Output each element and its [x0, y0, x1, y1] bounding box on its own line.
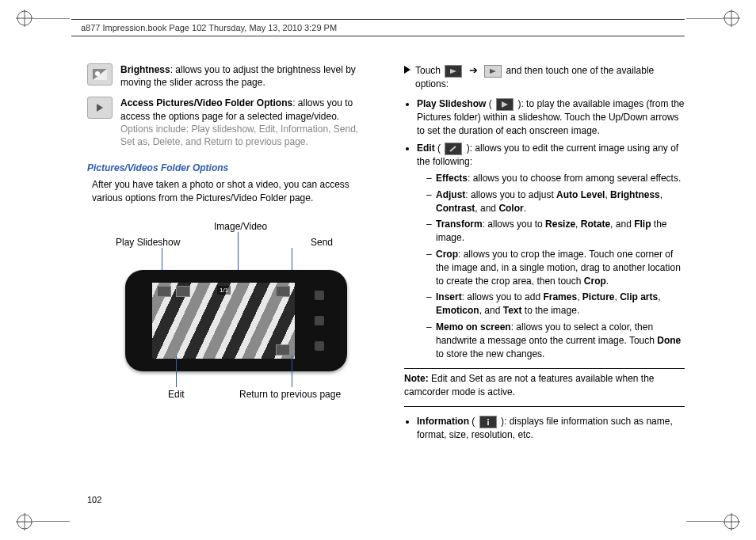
- section-para: After you have taken a photo or shot a v…: [87, 178, 372, 205]
- phone-screen: 1/1: [152, 283, 295, 359]
- crop-mark-top-right: [723, 10, 740, 27]
- left-column: Brightness: allows you to adjust the bri…: [87, 63, 372, 446]
- page-number: 102: [87, 495, 101, 504]
- phone-diagram: Play Slideshow Image/Video Send 1/1: [87, 215, 372, 420]
- crop-mark-bottom-left: [16, 513, 33, 530]
- label-send: Send: [311, 237, 333, 248]
- crop-mark-top-left: [16, 10, 33, 27]
- svg-rect-20: [487, 419, 489, 420]
- brightness-desc: Brightness: allows you to adjust the bri…: [120, 63, 372, 89]
- screen-icon: [276, 286, 290, 297]
- crop-rule: [33, 18, 70, 19]
- screen-icon: [176, 286, 190, 297]
- callout-line: [292, 356, 292, 387]
- dash-effects: Effects: allows you to choose from among…: [426, 172, 685, 185]
- svg-marker-16: [450, 69, 456, 74]
- svg-marker-17: [490, 69, 496, 74]
- edit-icon: [445, 143, 462, 155]
- touch-icon-2: [484, 65, 502, 78]
- svg-marker-18: [502, 101, 508, 108]
- crop-rule: [33, 521, 70, 522]
- svg-rect-21: [487, 421, 489, 425]
- phone-illustration: 1/1: [125, 270, 347, 371]
- bullet-play-slideshow: Play Slideshow ( ): to play the availabl…: [417, 97, 685, 137]
- dash-transform: Transform: allows you to Resize, Rotate,…: [426, 218, 685, 245]
- label-edit: Edit: [168, 389, 185, 400]
- phone-counter: 1/1: [217, 286, 231, 295]
- brightness-label: Brightness: [120, 64, 170, 75]
- bullet-information: Information ( ): displays file informati…: [417, 415, 685, 442]
- step-marker-icon: [404, 66, 410, 74]
- running-header: a877 Impression.book Page 102 Thursday, …: [71, 19, 685, 36]
- crop-mark-bottom-right: [723, 513, 740, 530]
- note-rule-bottom: [404, 406, 685, 407]
- screen-icon: [157, 286, 171, 297]
- brightness-icon: [87, 63, 113, 86]
- info-icon: [479, 416, 497, 428]
- access-options-desc: Access Pictures/Video Folder Options: al…: [120, 97, 372, 148]
- section-heading: Pictures/Videos Folder Options: [87, 162, 372, 173]
- touch-icon-1: [445, 65, 462, 78]
- phone-hw-button: [315, 291, 324, 300]
- phone-hw-button: [315, 316, 324, 325]
- screen-icon: [276, 344, 290, 356]
- callout-line: [176, 356, 177, 387]
- label-return: Return to previous page: [239, 389, 341, 400]
- svg-point-14: [95, 71, 100, 76]
- svg-line-19: [450, 146, 456, 151]
- right-column: Touch ➔ and then touch one of the availa…: [404, 63, 685, 446]
- dash-memo: Memo on screen: allows you to select a c…: [426, 321, 685, 360]
- arrow-icon: ➔: [469, 64, 478, 76]
- dash-crop: Crop: allows you to crop the image. Touc…: [426, 248, 685, 287]
- step-touch: Touch ➔ and then touch one of the availa…: [404, 63, 685, 91]
- access-options-label: Access Pictures/Video Folder Options: [120, 97, 292, 108]
- play-icon: [496, 98, 514, 111]
- running-header-text: a877 Impression.book Page 102 Thursday, …: [81, 23, 337, 32]
- dash-adjust: Adjust: allows you to adjust Auto Level,…: [426, 188, 685, 215]
- label-play-slideshow: Play Slideshow: [116, 237, 180, 248]
- label-image-video: Image/Video: [214, 221, 267, 232]
- dash-insert: Insert: allows you to add Frames, Pictur…: [426, 291, 685, 318]
- bullet-edit: Edit ( ): allows you to edit the current…: [417, 142, 685, 360]
- crop-rule: [686, 521, 723, 522]
- note-rule-top: [404, 368, 685, 369]
- crop-rule: [686, 18, 723, 19]
- svg-marker-15: [97, 104, 103, 112]
- options-icon: [87, 97, 113, 119]
- note-block: Note: Edit and Set as are not a features…: [404, 372, 685, 397]
- phone-hw-button: [315, 341, 324, 351]
